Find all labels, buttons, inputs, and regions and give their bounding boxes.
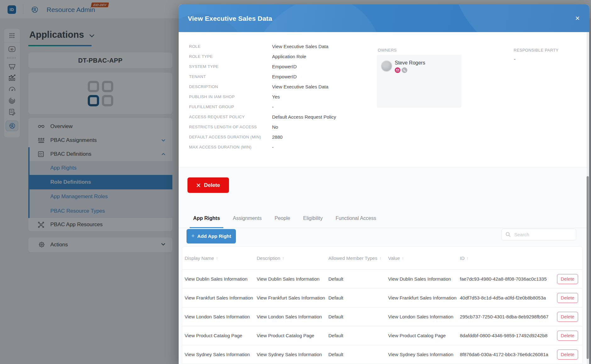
screen: ID Resource Admin EID-DEV ID: [0, 0, 591, 364]
scrollbar-thumb[interactable]: [587, 176, 589, 359]
close-icon[interactable]: ×: [573, 13, 582, 23]
cell-value: View Product Catalog Page: [388, 333, 460, 338]
cell-id: 40df7d53-8c1d-4d5a-a0fd-f2e0b8b8053a: [460, 295, 553, 300]
cell-display-name: View Sydney Sales Information: [185, 352, 257, 357]
detail-label: ROLE: [189, 44, 272, 49]
phone-icon: [403, 69, 406, 72]
cell-description: View Dublin Sales Information: [257, 276, 328, 282]
cell-id: fae7dc93-4980-42a8-8f08-7036ac0c1335: [460, 276, 553, 282]
cell-value: View Dublin Sales Information: [388, 276, 460, 282]
sort-asc-icon: ↑: [282, 256, 284, 261]
cell-value: View Frankfurt Sales Information: [388, 295, 460, 300]
phone-button[interactable]: [402, 67, 407, 73]
role-detail-modal: View Executive Sales Data × ROLEView Exe…: [179, 4, 589, 364]
search-box: [501, 229, 576, 240]
row-delete-button[interactable]: Delete: [557, 350, 578, 360]
tab-people[interactable]: People: [271, 209, 294, 228]
detail-label: TENANT: [189, 74, 272, 79]
detail-value: Yes: [272, 94, 280, 99]
cell-display-name: View Dublin Sales Information: [185, 276, 257, 282]
row-delete-button[interactable]: Delete: [557, 274, 578, 284]
tab-assignments[interactable]: Assignments: [229, 209, 265, 228]
tab-functional-access[interactable]: Functional Access: [332, 209, 380, 228]
email-button[interactable]: [395, 67, 400, 73]
detail-label: ACCESS REQUEST POLICY: [189, 115, 272, 119]
column-header-description[interactable]: Description↑: [257, 255, 328, 261]
search-input[interactable]: [501, 229, 576, 240]
detail-value: View Executive Sales Data: [272, 44, 328, 49]
modal-header: View Executive Sales Data ×: [179, 4, 589, 32]
column-header-display-name[interactable]: Display Name↑: [185, 255, 257, 261]
table-header-row: Display Name↑ Description↑ Allowed Membe…: [182, 247, 583, 270]
cell-member-types: Default: [328, 314, 388, 319]
table-row: View Frankfurt Sales Information View Fr…: [182, 288, 583, 307]
sort-asc-icon: ↑: [402, 256, 404, 261]
role-details: ROLEView Executive Sales Data ROLE TYPEA…: [189, 41, 336, 152]
detail-label: PUBLISH IN IAM SHOP: [189, 94, 272, 99]
detail-value: -: [272, 144, 274, 150]
detail-value: EmpowerID: [272, 74, 297, 79]
add-app-right-button[interactable]: + Add App Right: [187, 229, 236, 244]
cell-display-name: View Product Catalog Page: [185, 333, 257, 338]
table-row: View Sydney Sales Information View Sydne…: [182, 345, 583, 364]
detail-value: Application Role: [272, 54, 306, 59]
cell-member-types: Default: [328, 276, 388, 282]
cell-id: 295cb737-7250-4301-8dba-8eb9298fb567: [460, 314, 553, 319]
row-delete-button[interactable]: Delete: [557, 312, 578, 322]
envelope-icon: [396, 69, 399, 71]
delete-role-button[interactable]: Delete: [187, 177, 229, 193]
sort-asc-icon: ↑: [466, 256, 469, 261]
cell-member-types: Default: [328, 333, 388, 338]
table-row: View Product Catalog Page View Product C…: [182, 326, 583, 345]
column-header-id[interactable]: ID↑: [460, 255, 553, 261]
delete-label: Delete: [204, 182, 220, 188]
column-header-value[interactable]: Value↑: [388, 255, 460, 261]
add-app-right-label: Add App Right: [197, 233, 231, 239]
detail-label: ROLE TYPE: [189, 54, 272, 59]
detail-label: DESCRIPTION: [189, 84, 272, 89]
cell-value: View Sydney Sales Information: [388, 352, 460, 357]
cell-member-types: Default: [328, 352, 388, 357]
detail-label: DEFAULT ACCESS DURATION (MIN): [189, 135, 272, 139]
column-header-allowed-member-types[interactable]: Allowed Member Types↑: [328, 255, 388, 261]
sort-asc-icon: ↑: [216, 256, 218, 261]
cell-display-name: View Frankfurt Sales Information: [185, 295, 257, 300]
search-icon: [505, 232, 511, 237]
tab-eligibility[interactable]: Eligibility: [300, 209, 326, 228]
detail-label: SYSTEM TYPE: [189, 64, 272, 69]
detail-value: View Executive Sales Data: [272, 84, 328, 89]
owners-card: Steve Rogers: [377, 55, 461, 108]
app-rights-table: Display Name↑ Description↑ Allowed Membe…: [182, 246, 583, 364]
detail-value: -: [272, 104, 274, 109]
detail-value: Default Access Request Policy: [272, 114, 336, 120]
plus-icon: +: [191, 232, 195, 239]
cell-id: 8dafddbf-0800-4346-9859-17492d9242b8: [460, 333, 553, 338]
avatar: [381, 61, 392, 71]
row-delete-button[interactable]: Delete: [557, 331, 578, 341]
modal-title: View Executive Sales Data: [188, 15, 272, 22]
owner-name: Steve Rogers: [395, 60, 425, 66]
x-icon: [196, 183, 201, 188]
cell-description: View Frankfurt Sales Information: [257, 295, 328, 300]
cell-display-name: View London Sales Information: [185, 314, 257, 319]
detail-label: FULFILLMENT GROUP: [189, 104, 272, 109]
cell-value: View London Sales Information: [388, 314, 460, 319]
table-row: View London Sales Information View Londo…: [182, 307, 583, 326]
detail-value: 2880: [272, 134, 282, 140]
detail-label: RESTRICTS LENGTH OF ACCESS: [189, 125, 272, 129]
cell-description: View Product Catalog Page: [257, 333, 328, 338]
cell-description: View Sydney Sales Information: [257, 352, 328, 357]
sort-asc-icon: ↑: [379, 256, 382, 261]
tab-app-rights[interactable]: App Rights: [190, 209, 223, 228]
detail-value: EmpowerID: [272, 64, 297, 69]
row-delete-button[interactable]: Delete: [557, 293, 578, 303]
detail-label: MAX ACCESS DURATION (MIN): [189, 145, 272, 149]
table-row: View Dublin Sales Information View Dubli…: [182, 270, 583, 288]
responsible-party-value: -: [514, 56, 516, 62]
cell-id: 8f876da6-030a-4172-bbc3-76e6dc26081a: [460, 352, 553, 357]
cell-description: View London Sales Information: [257, 314, 328, 319]
owners-label: OWNERS: [378, 48, 397, 53]
responsible-party-label: RESPONSIBLE PARTY: [514, 48, 559, 53]
cell-member-types: Default: [328, 295, 388, 300]
detail-tabs: App Rights Assignments People Eligibilit…: [179, 209, 589, 228]
